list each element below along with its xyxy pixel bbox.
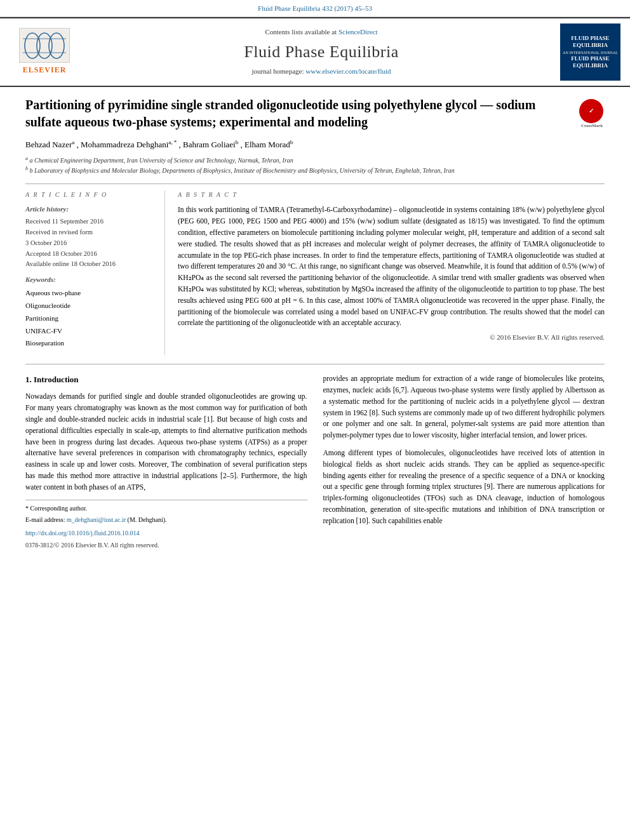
keywords-list: Aqueous two-phase Oligonucleotide Partit… <box>25 287 155 350</box>
crossmark-label: CrossMark <box>579 123 605 129</box>
introduction-heading: 1. Introduction <box>25 373 307 386</box>
article-title-text: Partitioning of pyrimidine single strand… <box>25 97 573 131</box>
affil-sup-b: b <box>236 139 239 145</box>
abstract-heading: A B S T R A C T <box>178 190 605 200</box>
journal-header-center: Contents lists available at ScienceDirec… <box>89 27 554 77</box>
received-revised-date: 3 October 2016 <box>25 238 155 249</box>
email-label: E-mail address: <box>25 516 65 523</box>
elsevier-logo-section: ELSEVIER <box>6 28 83 76</box>
author-elham: , Elham Morad <box>240 140 290 149</box>
keyword-3: Partitioning <box>25 312 155 325</box>
article-info-heading: A R T I C L E I N F O <box>25 190 155 200</box>
keywords-heading: Keywords: <box>25 275 155 285</box>
elsevier-logo-image <box>19 28 70 63</box>
section-title-text: Introduction <box>34 375 79 384</box>
elsevier-brand-name: ELSEVIER <box>23 65 67 76</box>
received-revised-label: Received in revised form <box>25 227 155 238</box>
journal-logo-box: FLUID PHASEEQUILIBRIAAN INTERNATIONAL JO… <box>560 23 620 81</box>
crossmark-badge: ✓ CrossMark <box>579 99 605 124</box>
history-heading: Article history: <box>25 204 155 215</box>
section-number: 1. <box>25 375 34 384</box>
received-date: Received 11 September 2016 <box>25 217 155 227</box>
authors-line: Behzad Nazera , Mohammadreza Dehghania, … <box>25 138 605 151</box>
intro-paragraph-1: Nowadays demands for purified single and… <box>25 391 307 493</box>
journal-reference-bar: Fluid Phase Equilibria 432 (2017) 45–53 <box>0 0 630 17</box>
keyword-2: Oligonucleotide <box>25 300 155 312</box>
affil-sup-a2: a, * <box>168 139 177 145</box>
corresponding-label: * Corresponding author. <box>25 505 87 512</box>
abstract-column: A B S T R A C T In this work partitionin… <box>178 190 605 355</box>
journal-reference: Fluid Phase Equilibria 432 (2017) 45–53 <box>258 4 372 12</box>
contents-label: Contents lists available at <box>265 28 337 36</box>
divider-1 <box>25 183 605 184</box>
journal-header: ELSEVIER Contents lists available at Sci… <box>0 17 630 87</box>
intro-paragraph-2: provides an appropriate medium for extra… <box>323 373 605 441</box>
journal-name-display: Fluid Phase Equilibria <box>89 40 554 64</box>
author-behzad: Behzad Nazer <box>25 140 72 149</box>
issn-line: 0378-3812/© 2016 Elsevier B.V. All right… <box>25 540 307 550</box>
body-columns: 1. Introduction Nowadays demands for pur… <box>25 373 605 550</box>
copyright-line: © 2016 Elsevier B.V. All rights reserved… <box>178 333 605 343</box>
affiliation-b: b b Laboratory of Biophysics and Molecul… <box>25 165 605 175</box>
abstract-text: In this work partitioning of TAMRA (Tetr… <box>178 204 605 329</box>
affil-sup-a: a <box>72 139 74 145</box>
author-mohammadreza: , Mohammadreza Dehghani <box>77 140 169 149</box>
footnotes-section: * Corresponding author. E-mail address: … <box>25 500 307 550</box>
divider-2 <box>25 364 605 364</box>
keywords-group: Keywords: Aqueous two-phase Oligonucleot… <box>25 275 155 350</box>
email-link[interactable]: m_dehghani@iust.ac.ir <box>67 516 126 523</box>
intro-paragraph-3: Among different types of biomolecules, o… <box>323 448 605 527</box>
sciencedirect-link[interactable]: ScienceDirect <box>338 28 378 36</box>
corresponding-note: * Corresponding author. <box>25 504 307 513</box>
article-info-column: A R T I C L E I N F O Article history: R… <box>25 190 165 355</box>
author-bahram: , Bahram Goliaei <box>179 140 236 149</box>
accepted-date: Accepted 18 October 2016 <box>25 249 155 260</box>
svg-rect-0 <box>20 29 69 62</box>
contents-available: Contents lists available at ScienceDirec… <box>89 27 554 37</box>
crossmark-icon: ✓ <box>579 99 603 123</box>
affiliations: a a Chemical Engineering Department, Ira… <box>25 155 605 176</box>
available-online: Available online 18 October 2016 <box>25 259 155 270</box>
article-title-section: Partitioning of pyrimidine single strand… <box>25 97 605 131</box>
homepage-label: journal homepage: <box>251 67 304 75</box>
history-group: Article history: Received 11 September 2… <box>25 204 155 270</box>
email-name: (M. Dehghani). <box>128 516 167 523</box>
keyword-1: Aqueous two-phase <box>25 287 155 300</box>
homepage-url[interactable]: www.elsevier.com/locate/fluid <box>305 67 391 75</box>
keyword-5: Bioseparation <box>25 337 155 350</box>
body-left-column: 1. Introduction Nowadays demands for pur… <box>25 373 307 550</box>
doi-link[interactable]: http://dx.doi.org/10.1016/j.fluid.2016.1… <box>25 528 307 538</box>
journal-homepage-line: journal homepage: www.elsevier.com/locat… <box>89 67 554 77</box>
affiliation-a: a a Chemical Engineering Department, Ira… <box>25 155 605 165</box>
journal-logo-text: FLUID PHASEEQUILIBRIAAN INTERNATIONAL JO… <box>563 35 618 69</box>
affil-sup-b2: b <box>290 139 293 145</box>
journal-logo-section: FLUID PHASEEQUILIBRIAAN INTERNATIONAL JO… <box>560 23 624 81</box>
main-content: Partitioning of pyrimidine single strand… <box>0 87 630 557</box>
info-abstract-section: A R T I C L E I N F O Article history: R… <box>25 190 605 355</box>
email-note: E-mail address: m_dehghani@iust.ac.ir (M… <box>25 516 307 524</box>
body-right-column: provides an appropriate medium for extra… <box>323 373 605 550</box>
keyword-4: UNIFAC-FV <box>25 325 155 338</box>
